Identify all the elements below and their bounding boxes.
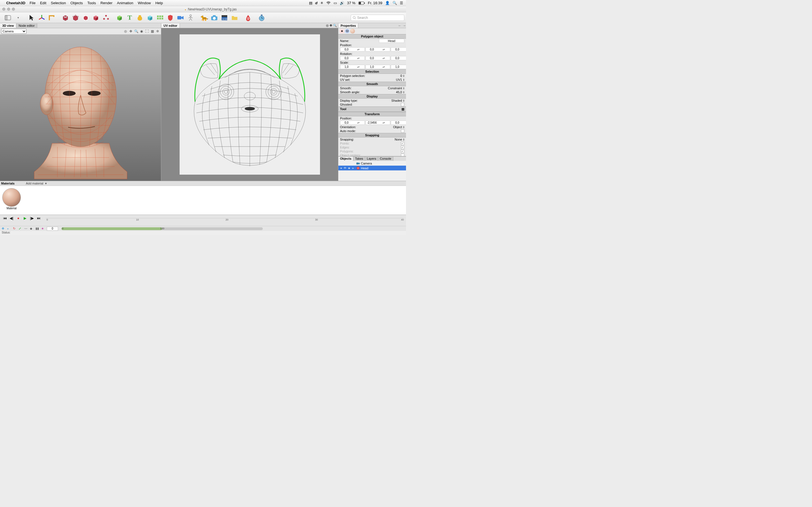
material-mode-icon[interactable]: Ⓜ — [345, 29, 350, 34]
traffic-lights[interactable] — [2, 8, 15, 11]
pin-icon[interactable]: ▥ — [402, 107, 404, 111]
star-mode-icon[interactable]: ★ — [340, 29, 344, 34]
object-list[interactable]: Camera ● 👁 ■ ▸ Head — [338, 161, 406, 181]
clock[interactable]: Fr. 16:39 — [368, 1, 382, 5]
scale-fields[interactable]: 1,0▴▾ 1,0▴▾ 1,0▴▾ — [340, 65, 406, 69]
ghosted-checkbox[interactable] — [401, 103, 404, 106]
add-material-button[interactable]: Add material ▾ — [26, 182, 47, 185]
user-icon[interactable]: 👤 — [385, 1, 390, 5]
curve-icon[interactable]: 〰 — [24, 227, 28, 230]
timeline-ruler[interactable]: 0 10 20 30 40 — [46, 218, 404, 218]
array-icon[interactable] — [156, 14, 164, 22]
rotate-icon[interactable]: ↻ — [13, 227, 17, 230]
clapper-icon[interactable]: 12:34 — [220, 14, 229, 22]
vid-icon[interactable]: ■ — [347, 166, 351, 170]
menu-file[interactable]: File — [30, 1, 36, 5]
tab-layers[interactable]: Layers — [365, 157, 378, 161]
sidebar-toggle-icon[interactable] — [4, 14, 12, 22]
folder-icon[interactable] — [231, 14, 239, 22]
drop-icon[interactable]: D — [244, 14, 252, 22]
prev-frame-button[interactable]: ◀| — [9, 216, 14, 221]
sphere-mode-icon[interactable] — [350, 29, 355, 34]
record-button[interactable]: ● — [16, 216, 21, 221]
menu-window[interactable]: Window — [138, 1, 151, 5]
menu-render[interactable]: Render — [100, 1, 112, 5]
tab-node-editor[interactable]: Node editor — [16, 23, 37, 28]
orientation-value[interactable]: Object — [393, 125, 402, 129]
gear-icon[interactable]: ✲ — [155, 29, 160, 34]
name-input[interactable] — [379, 39, 404, 43]
vase-icon[interactable] — [136, 14, 144, 22]
render-flag-icon[interactable]: ● — [340, 166, 343, 170]
axis-tool-icon[interactable] — [38, 14, 46, 22]
position-fields[interactable]: 0,0▴▾ 0,0▴▾ 0,0▴▾ — [340, 47, 406, 52]
arrow-tool-icon[interactable] — [28, 14, 36, 22]
menu-edit[interactable]: Edit — [40, 1, 46, 5]
point-icon[interactable]: • — [7, 227, 11, 230]
ruler-tool-icon[interactable] — [48, 14, 56, 22]
cube-wire-icon[interactable] — [61, 14, 69, 22]
frame-icon[interactable]: ⛶ — [145, 29, 149, 34]
menulist-icon[interactable]: ☰ — [400, 1, 403, 5]
tab-3dview[interactable]: 3D view — [0, 23, 16, 28]
bluetooth-icon[interactable]: ✳ — [320, 1, 323, 5]
uv-pan-icon[interactable]: ✥ — [329, 24, 332, 27]
tab-objects[interactable]: Objects — [338, 157, 353, 161]
range-slider[interactable]: 0 120 — [61, 227, 263, 230]
next-icon[interactable]: → — [403, 24, 406, 27]
search-field[interactable]: Search — [351, 15, 404, 21]
uvset-value[interactable]: UV1 — [396, 78, 402, 81]
uv-viewport[interactable] — [161, 28, 338, 181]
timer-icon[interactable] — [258, 14, 266, 22]
star-icon[interactable]: ★ — [41, 227, 45, 230]
cheetah-icon[interactable]: 🐆 — [200, 14, 208, 22]
menu-tools[interactable]: Tools — [87, 1, 96, 5]
cube-vertex-icon[interactable] — [71, 14, 80, 22]
uv-canvas[interactable] — [180, 34, 320, 175]
menu-help[interactable]: Help — [155, 1, 163, 5]
key-icon[interactable]: ◆ — [30, 227, 34, 230]
tool-position-fields[interactable]: 0,0▴▾ -2,5456▴▾ 0,0▴▾ — [340, 121, 406, 125]
rotation-fields[interactable]: 0,0▴▾ 0,0▴▾ 0,0▴▾ — [340, 56, 406, 60]
tab-properties[interactable]: Properties — [338, 23, 358, 28]
battery-icon[interactable] — [358, 1, 365, 5]
stack-icon[interactable]: ▤ — [309, 1, 312, 5]
primitive-cube-icon[interactable] — [116, 14, 123, 22]
smooth-angle-value[interactable]: 45,0 — [396, 91, 402, 94]
pan-icon[interactable]: ✥ — [129, 29, 133, 34]
dropdown-icon[interactable]: ▾ — [14, 14, 22, 22]
viewport-3d[interactable] — [0, 34, 161, 181]
airplay-icon[interactable]: ▭ — [334, 1, 337, 5]
volume-icon[interactable]: 🔊 — [340, 1, 344, 5]
d-icon[interactable]: d — [315, 1, 317, 5]
graph-icon[interactable]: ▮▮ — [36, 227, 40, 230]
text-tool-icon[interactable]: T — [126, 14, 134, 22]
play-button[interactable]: ▶ — [22, 216, 28, 221]
render-camera-icon[interactable] — [210, 14, 218, 22]
tab-console[interactable]: Console — [378, 157, 393, 161]
polysel-value[interactable]: 0 — [400, 74, 402, 77]
tab-takes[interactable]: Takes — [353, 157, 365, 161]
wifi-icon[interactable] — [326, 1, 331, 5]
next-frame-button[interactable]: |▶ — [29, 216, 35, 221]
goto-end-button[interactable]: ⏭ — [36, 216, 41, 221]
zoom-button[interactable] — [12, 8, 15, 11]
uv-zoom-icon[interactable]: 🔍 — [333, 24, 337, 27]
expand-icon[interactable]: ▸ — [351, 166, 355, 170]
minimize-button[interactable] — [7, 8, 10, 11]
material-item[interactable]: Material — [2, 188, 21, 210]
close-button[interactable] — [2, 8, 5, 11]
menu-selection[interactable]: Selection — [51, 1, 66, 5]
target-icon[interactable]: ◎ — [123, 29, 128, 34]
grid-icon[interactable]: ▦ — [150, 29, 154, 34]
spotlight-icon[interactable]: 🔍 — [393, 1, 397, 5]
scale-icon[interactable]: ⤢ — [18, 227, 22, 230]
armature-icon[interactable] — [187, 14, 195, 22]
object-row-camera[interactable]: Camera — [338, 161, 406, 166]
view-camera-select[interactable]: Camera — [1, 29, 27, 34]
prism-icon[interactable] — [146, 14, 154, 22]
app-name[interactable]: Cheetah3D — [6, 1, 26, 5]
move-icon[interactable]: ✥ — [2, 227, 6, 230]
automode-checkbox[interactable] — [401, 129, 404, 133]
menu-objects[interactable]: Objects — [70, 1, 83, 5]
